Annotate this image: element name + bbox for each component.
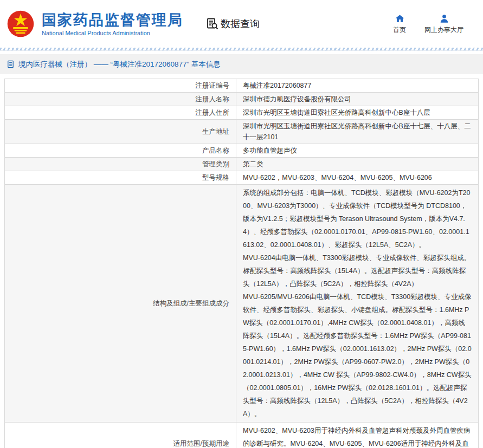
- row-label: 管理类别: [5, 158, 236, 171]
- table-row-cert-no: 注册证编号 粤械注准20172060877: [5, 79, 478, 93]
- user-icon: [439, 14, 449, 24]
- table-row-structure-composition: 结构及组成/主要组成成分 系统的组成部分包括：电脑一体机、TCD模块、彩超模块（…: [5, 185, 478, 423]
- row-label: 型号规格: [5, 171, 236, 184]
- row-value: 第二类: [236, 158, 478, 171]
- org-title-block: 国家药品监督管理局 National Medical Products Admi…: [42, 12, 183, 36]
- composition-paragraph: MVU-6204由电脑一体机、T3300彩超模块、专业成像软件、彩超探头组成。标…: [243, 251, 472, 290]
- nav-online-service-hall[interactable]: 网上办事大厅: [424, 14, 463, 35]
- table-row-management-class: 管理类别 第二类: [5, 158, 478, 171]
- page-icon: [7, 60, 15, 68]
- table-row-intended-use: 适用范围/预期用途 MVU-6202、MVU-6203用于神经内外科及血管超声科…: [5, 423, 478, 448]
- nav-hall-label: 网上办事大厅: [424, 25, 463, 35]
- home-icon: [395, 14, 405, 24]
- table-row-model-spec: 型号规格 MVU-6202，MVU-6203、MVU-6204、MVU-6205…: [5, 171, 478, 185]
- row-label: 生产地址: [5, 120, 236, 144]
- table-row-registrant-address: 注册人住所 深圳市光明区玉塘街道田寮社区光侨路高科创新中心B座十八层: [5, 106, 478, 120]
- row-label: 结构及组成/主要组成成分: [5, 185, 236, 422]
- row-value: 系统的组成部分包括：电脑一体机、TCD模块、彩超模块（MVU-6202为T200…: [236, 185, 478, 422]
- data-query-tab[interactable]: 数据查询: [206, 17, 260, 30]
- row-value: 粤械注准20172060877: [236, 79, 478, 92]
- national-emblem-icon: [7, 10, 35, 38]
- top-nav: 首页 网上办事大厅: [393, 14, 478, 35]
- row-value: 深圳市光明区玉塘街道田寮社区光侨路高科创新中心B座十八层: [236, 106, 478, 119]
- composition-paragraph: 系统的组成部分包括：电脑一体机、TCD模块、彩超模块（MVU-6202为T200…: [243, 186, 472, 251]
- table-row-registrant-name: 注册人名称 深圳市德力凯医疗设备股份有限公司: [5, 93, 478, 106]
- row-value: MVU-6202，MVU-6203、MVU-6204、MVU-6205、MVU-…: [236, 171, 478, 184]
- table-row-production-address: 生产地址 深圳市光明区玉塘街道田寮社区光侨路高科创新中心B座十七层、十八层、二十…: [5, 120, 478, 144]
- row-label: 注册人住所: [5, 106, 236, 119]
- nav-home[interactable]: 首页: [393, 14, 406, 35]
- row-label: 产品名称: [5, 144, 236, 157]
- row-value: 多功能血管超声仪: [236, 144, 478, 157]
- row-value: 深圳市光明区玉塘街道田寮社区光侨路高科创新中心B座十七层、十八层、二十一层210…: [236, 120, 478, 144]
- row-value: 深圳市德力凯医疗设备股份有限公司: [236, 93, 478, 106]
- data-query-label: 数据查询: [221, 17, 260, 30]
- page: 国家药品监督管理局 National Medical Products Admi…: [0, 0, 483, 448]
- row-label: 注册证编号: [5, 79, 236, 92]
- row-label: 注册人名称: [5, 93, 236, 106]
- page-title: 境内医疗器械（注册） —— “粤械注准20172060877” 基本信息: [18, 60, 221, 69]
- row-label: 适用范围/预期用途: [5, 423, 236, 448]
- document-search-icon: [206, 17, 219, 30]
- breadcrumb: 境内医疗器械（注册） —— “粤械注准20172060877” 基本信息: [0, 54, 483, 74]
- table-row-product-name: 产品名称 多功能血管超声仪: [5, 144, 478, 158]
- org-name-en: National Medical Products Administration: [42, 30, 183, 36]
- nav-home-label: 首页: [393, 25, 406, 35]
- org-name-cn: 国家药品监督管理局: [42, 12, 183, 28]
- composition-paragraph: MVU-6205/MVU-6206由电脑一体机、TCD模块、T3300彩超模块、…: [243, 290, 472, 420]
- header-divider: [0, 48, 483, 51]
- registration-detail-table: 注册证编号 粤械注准20172060877 注册人名称 深圳市德力凯医疗设备股份…: [4, 79, 479, 448]
- row-value: MVU-6202、MVU-6203用于神经内外科及血管超声科对颅颈及外周血管疾病…: [236, 423, 478, 448]
- site-header: 国家药品监督管理局 National Medical Products Admi…: [0, 0, 483, 48]
